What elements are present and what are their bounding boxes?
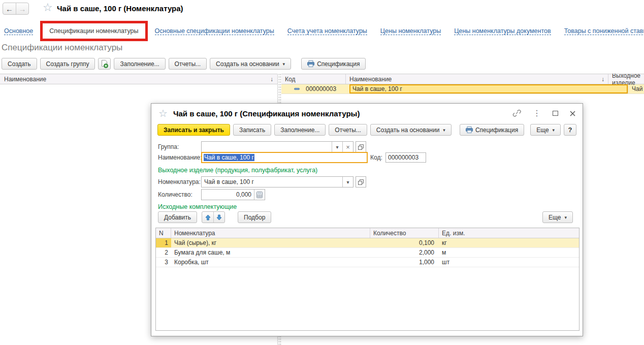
- nomenclature-column-header[interactable]: Номенклатура: [171, 228, 370, 238]
- component-unit-cell[interactable]: шт: [439, 258, 579, 267]
- nav-link-price-documents[interactable]: Цены номенклатуры документов: [454, 27, 551, 35]
- favorite-star-icon[interactable]: ☆: [158, 107, 168, 119]
- components-table-header: N Номенклатура Количество Ед. изм.: [156, 228, 579, 238]
- calculator-button[interactable]: [254, 190, 265, 200]
- help-button[interactable]: ?: [564, 124, 576, 136]
- forward-button[interactable]: →: [16, 3, 28, 14]
- specification-output-cell[interactable]: Чай в саше, 100 г: [628, 84, 644, 93]
- component-unit-cell[interactable]: м: [439, 248, 579, 257]
- group-clear-button[interactable]: ×: [342, 142, 353, 152]
- n-column-header[interactable]: N: [156, 228, 171, 238]
- pick-button[interactable]: Подбор: [238, 211, 271, 223]
- maximize-icon[interactable]: [553, 111, 558, 116]
- unit-column-header[interactable]: Ед. изм.: [439, 228, 579, 238]
- name-input[interactable]: Чай в саше, 100 г: [201, 152, 368, 163]
- nomenclature-open-button[interactable]: [356, 176, 366, 187]
- back-button[interactable]: ←: [3, 3, 16, 14]
- component-qty-cell[interactable]: 0,100: [370, 238, 439, 247]
- row-number-cell[interactable]: 3: [156, 258, 171, 267]
- nomenclature-field-row: Номенклатура: Чай в саше, 100 г ▾: [158, 176, 576, 187]
- add-row-button[interactable]: Добавить: [158, 211, 197, 223]
- fill-button[interactable]: Заполнение...: [114, 58, 165, 70]
- group-field-row: Группа: ▾ ×: [158, 141, 576, 152]
- code-input[interactable]: [385, 152, 426, 163]
- reports-button[interactable]: Отчеты...: [169, 58, 207, 70]
- nav-link-accounts[interactable]: Счета учета номенклатуры: [287, 27, 367, 35]
- reports-button[interactable]: Отчеты...: [329, 124, 367, 136]
- print-specification-button[interactable]: Спецификация: [301, 58, 366, 70]
- favorite-star-icon[interactable]: ☆: [43, 1, 53, 14]
- group-dropdown-button[interactable]: ▾: [332, 142, 342, 152]
- groups-name-column-header[interactable]: Наименование: [4, 76, 46, 83]
- maximize-box-glyph: [553, 111, 558, 116]
- component-qty-cell[interactable]: 1,000: [370, 258, 439, 267]
- specification-code: 000000003: [306, 85, 336, 92]
- component-name-cell[interactable]: Бумага для саше, м: [171, 248, 370, 257]
- fill-button[interactable]: Заполнение...: [274, 124, 326, 136]
- move-row-down-button[interactable]: [213, 212, 224, 223]
- output-product-section-title: Выходное изделие (продукция, полуфабрика…: [158, 167, 317, 174]
- groups-list-header[interactable]: Наименование ↓: [0, 74, 277, 84]
- specification-code-cell[interactable]: 000000003: [281, 84, 349, 93]
- close-icon[interactable]: [570, 111, 575, 116]
- quantity-input[interactable]: 0,000: [202, 190, 254, 200]
- component-unit-cell[interactable]: кг: [439, 238, 579, 247]
- create-based-on-button[interactable]: Создать на основании ▾: [370, 124, 452, 136]
- nomenclature-input[interactable]: Чай в саше, 100 г: [202, 177, 342, 187]
- nav-link-main-specifications[interactable]: Основные спецификации номенклатуры: [155, 27, 274, 35]
- component-row[interactable]: 2 Бумага для саше, м 2,000 м: [156, 248, 579, 258]
- create-based-on-button[interactable]: Создать на основании ▾: [210, 58, 291, 70]
- quantity-column-header[interactable]: Количество: [370, 228, 439, 238]
- copy-link-icon[interactable]: [512, 109, 521, 117]
- copy-document-plus-icon: [101, 60, 108, 68]
- more-button[interactable]: Еще ▾: [542, 211, 573, 223]
- save-and-close-button[interactable]: Записать и закрыть: [157, 124, 230, 136]
- dialog-window-controls: ⋮: [512, 109, 575, 117]
- create-button[interactable]: Создать: [2, 58, 37, 70]
- name-column-label: Наименование: [349, 76, 392, 83]
- code-label: Код:: [370, 154, 382, 161]
- save-button[interactable]: Записать: [233, 124, 271, 136]
- more-menu-kebab-icon[interactable]: ⋮: [533, 109, 541, 117]
- row-number-cell[interactable]: 1: [156, 238, 171, 247]
- group-open-button[interactable]: [356, 141, 366, 152]
- dialog-toolbar: Записать и закрыть Записать Заполнение..…: [157, 124, 576, 136]
- dropdown-caret-icon: ▾: [443, 128, 445, 133]
- nomenclature-dropdown-button[interactable]: ▾: [342, 177, 353, 187]
- forward-arrow-icon: →: [19, 5, 26, 13]
- open-in-list-icon: [358, 179, 364, 185]
- print-specification-label: Спецификация: [475, 127, 518, 134]
- record-marker-icon: [294, 88, 300, 90]
- create-by-copy-button[interactable]: [98, 58, 111, 70]
- name-column-header[interactable]: Наименование ↓: [346, 74, 608, 84]
- move-row-up-button[interactable]: [202, 212, 213, 223]
- back-arrow-icon: ←: [6, 5, 13, 13]
- more-button[interactable]: Еще ▾: [530, 124, 561, 136]
- group-combo-field: ▾ ×: [201, 141, 353, 152]
- row-number-cell[interactable]: 2: [156, 248, 171, 257]
- component-row[interactable]: 1 Чай (сырье), кг 0,100 кг: [156, 238, 579, 248]
- nav-link-main[interactable]: Основное: [4, 27, 33, 35]
- specification-dialog: ☆ Чай в саше, 100 г (Спецификация номенк…: [151, 103, 583, 336]
- chevron-down-icon: ▾: [336, 144, 338, 150]
- code-column-header[interactable]: Код: [281, 74, 346, 84]
- output-column-header[interactable]: Выходное изделие: [608, 74, 644, 84]
- create-group-button[interactable]: Создать группу: [40, 58, 95, 70]
- component-name-cell[interactable]: Чай (сырье), кг: [171, 238, 370, 247]
- nav-link-reduced-rate-goods[interactable]: Товары с пониженной ставкой н: [564, 27, 644, 35]
- dialog-titlebar: ☆ Чай в саше, 100 г (Спецификация номенк…: [151, 104, 583, 123]
- create-based-on-label: Создать на основании: [216, 60, 279, 68]
- component-name-cell[interactable]: Коробка, шт: [171, 258, 370, 267]
- specification-name-cell[interactable]: Чай в саше, 100 г: [349, 84, 628, 93]
- print-specification-label: Спецификация: [317, 60, 360, 68]
- create-based-on-label: Создать на основании: [376, 127, 440, 134]
- move-row-group: [202, 211, 225, 223]
- group-input[interactable]: [202, 142, 332, 152]
- component-row[interactable]: 3 Коробка, шт 1,000 шт: [156, 258, 579, 267]
- component-qty-cell[interactable]: 2,000: [370, 248, 439, 257]
- more-label: Еще: [536, 127, 549, 134]
- specification-row[interactable]: 000000003 Чай в саше, 100 г Чай в саше, …: [281, 84, 644, 94]
- print-specification-button[interactable]: Спецификация: [460, 124, 524, 136]
- nav-tab-specifications[interactable]: Спецификации номенклатуры: [49, 27, 138, 35]
- nav-link-prices[interactable]: Цены номенклатуры: [380, 27, 441, 35]
